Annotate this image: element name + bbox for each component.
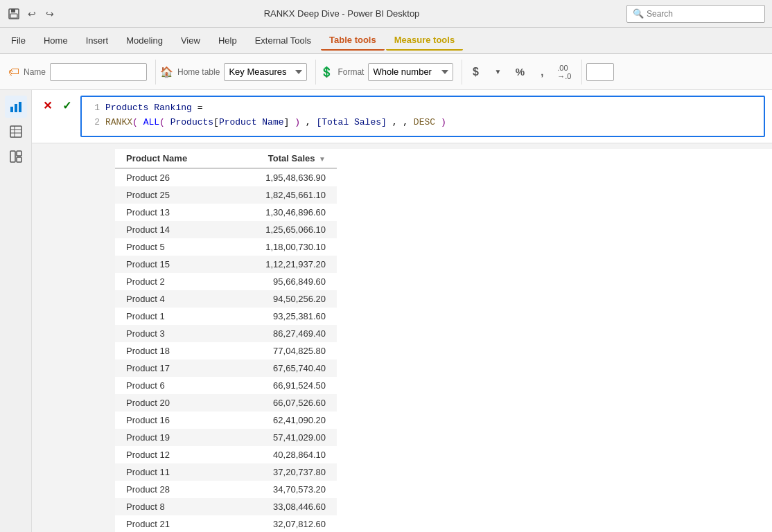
product-name-cell: Product 15	[115, 256, 227, 273]
svg-rect-1	[11, 9, 15, 12]
product-name-cell: Product 25	[115, 186, 227, 204]
total-sales-cell: 1,18,00,730.10	[227, 238, 337, 256]
total-sales-cell: 34,70,573.20	[227, 481, 337, 498]
bracket-close-span: ]	[284, 117, 290, 127]
svg-rect-5	[19, 102, 21, 112]
search-input[interactable]	[647, 9, 759, 19]
title-bar: ↩ ↪ RANKX Deep Dive - Power BI Desktop 🔍	[0, 0, 772, 28]
format-select[interactable]: Whole number Decimal number Currency Per…	[368, 63, 453, 81]
products-table: Product Name Total Sales ▼ Product 26 1,…	[115, 149, 337, 532]
table-row: Product 4 94,50,256.20	[115, 290, 337, 308]
search-box[interactable]: 🔍	[626, 5, 765, 23]
all-fn-span: ALL	[143, 117, 159, 127]
total-sales-cell: 93,25,381.60	[227, 308, 337, 325]
total-sales-cell: 77,04,825.80	[227, 342, 337, 360]
home-table-label: Home table	[177, 67, 220, 77]
formula-editor[interactable]: 1 Products Ranking = 2 RANKX( ALL( Produ…	[80, 96, 765, 137]
product-name-cell: Product 21	[115, 515, 227, 532]
table-row: Product 16 62,41,090.20	[115, 411, 337, 429]
title-bar-left: ↩ ↪	[7, 7, 57, 21]
table-grid-icon[interactable]	[5, 121, 27, 143]
table-row: Product 26 1,95,48,636.90	[115, 168, 337, 186]
menu-home[interactable]: Home	[35, 31, 76, 50]
ribbon-home-table-group: 🏠 Home table Key Measures Products Sales	[160, 60, 316, 85]
editor-area: ✕ ✓ 1 Products Ranking = 2 RANKX( ALL(	[32, 90, 772, 532]
formula-bar: ✕ ✓ 1 Products Ranking = 2 RANKX( ALL(	[32, 90, 772, 143]
total-sales-cell: 86,27,469.40	[227, 325, 337, 342]
save-icon[interactable]	[7, 7, 21, 21]
menu-table-tools[interactable]: Table tools	[321, 30, 385, 51]
table-row: Product 6 66,91,524.50	[115, 377, 337, 394]
formula-controls: ✕ ✓	[39, 97, 75, 114]
main-area: ✕ ✓ 1 Products Ranking = 2 RANKX( ALL(	[0, 90, 772, 532]
formula-line-1-text: Products Ranking =	[105, 101, 202, 116]
formula-line-2: 2 RANKX( ALL( Products[Product Name] ) ,…	[89, 116, 757, 130]
table-row: Product 17 67,65,740.40	[115, 360, 337, 377]
chevron-down-format-btn[interactable]: ▼	[489, 63, 507, 81]
menu-measure-tools[interactable]: Measure tools	[386, 30, 463, 51]
table-row: Product 12 40,28,864.10	[115, 446, 337, 463]
products-table-span: Products	[170, 117, 213, 127]
ribbon-format-group: 💲 Format Whole number Decimal number Cur…	[320, 60, 462, 85]
product-name-cell: Product 14	[115, 221, 227, 238]
menu-view[interactable]: View	[173, 31, 209, 50]
menu-modeling[interactable]: Modeling	[118, 31, 171, 50]
ribbon-name-group: 🏷 Name Products Ranking	[8, 60, 156, 85]
chart-bar-icon[interactable]	[5, 96, 27, 118]
table-header-row: Product Name Total Sales ▼	[115, 149, 337, 168]
confirm-formula-btn[interactable]: ✓	[58, 97, 75, 114]
svg-rect-6	[10, 126, 21, 137]
sort-icon: ▼	[319, 155, 326, 163]
dollar-format-btn[interactable]: $	[466, 63, 484, 81]
product-name-cell: Product 26	[115, 168, 227, 186]
table-row: Product 18 77,04,825.80	[115, 342, 337, 360]
menu-external-tools[interactable]: External Tools	[247, 31, 319, 50]
decimal-places-input[interactable]: 0	[586, 63, 614, 81]
total-sales-cell: 67,65,740.40	[227, 360, 337, 377]
total-sales-cell: 95,66,849.60	[227, 273, 337, 290]
total-sales-cell: 1,95,48,636.90	[227, 168, 337, 186]
svg-rect-3	[10, 107, 13, 112]
total-sales-cell: 66,91,524.50	[227, 377, 337, 394]
home-icon: 🏠	[160, 66, 173, 78]
table-row: Product 1 93,25,381.60	[115, 308, 337, 325]
product-name-header[interactable]: Product Name	[115, 149, 227, 168]
formula-line-2-text: RANKX( ALL( Products[Product Name] ) , […	[105, 116, 446, 130]
product-name-cell: Product 1	[115, 308, 227, 325]
product-name-cell: Product 5	[115, 238, 227, 256]
equals-span: =	[198, 103, 203, 113]
product-name-cell: Product 18	[115, 342, 227, 360]
product-name-cell: Product 28	[115, 481, 227, 498]
table-row: Product 14 1,25,65,066.10	[115, 221, 337, 238]
decimal-format-btn[interactable]: .00→.0	[555, 63, 573, 81]
total-sales-cell: 33,08,446.60	[227, 498, 337, 515]
cancel-formula-btn[interactable]: ✕	[39, 97, 55, 114]
total-sales-cell: 1,30,46,896.60	[227, 204, 337, 221]
left-panel	[0, 90, 32, 532]
undo-icon[interactable]: ↩	[25, 7, 39, 21]
menu-help[interactable]: Help	[210, 31, 245, 50]
window-control-icons: ↩ ↪	[7, 7, 57, 21]
total-sales-cell: 40,28,864.10	[227, 446, 337, 463]
home-table-select[interactable]: Key Measures Products Sales	[224, 63, 307, 81]
menu-bar: File Home Insert Modeling View Help Exte…	[0, 28, 772, 54]
comma-format-btn[interactable]: ,	[533, 63, 551, 81]
page-layout-icon[interactable]	[5, 145, 27, 168]
table-row: Product 3 86,27,469.40	[115, 325, 337, 342]
format-label: Format	[337, 67, 364, 77]
product-name-cell: Product 3	[115, 325, 227, 342]
percent-format-btn[interactable]: %	[511, 63, 529, 81]
product-name-col-span: Product Name	[219, 117, 284, 127]
ribbon-decimal-group: 0	[586, 60, 622, 85]
total-sales-header[interactable]: Total Sales ▼	[227, 149, 337, 168]
product-name-cell: Product 4	[115, 290, 227, 308]
menu-insert[interactable]: Insert	[78, 31, 117, 50]
menu-file[interactable]: File	[3, 31, 34, 50]
bracket-open-span: [	[213, 117, 219, 127]
svg-rect-2	[10, 14, 17, 18]
name-input[interactable]: Products Ranking	[50, 63, 147, 81]
comma3-span: ,	[403, 117, 414, 127]
redo-icon[interactable]: ↪	[43, 7, 57, 21]
table-row: Product 2 95,66,849.60	[115, 273, 337, 290]
line-number-1: 1	[89, 101, 100, 116]
